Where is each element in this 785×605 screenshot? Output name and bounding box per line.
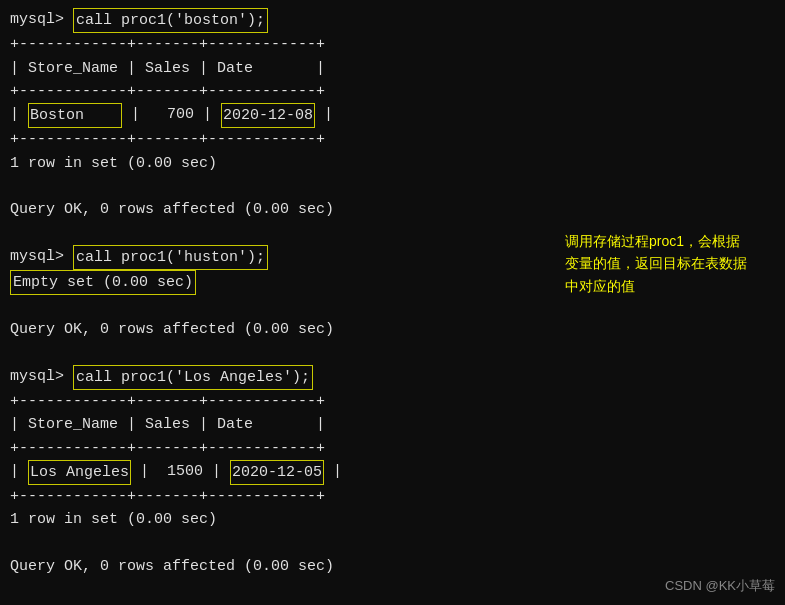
- table-data-la: | Los Angeles | 1500 | 2020-12-05 |: [10, 460, 550, 485]
- blank-3: [10, 295, 550, 318]
- watermark: CSDN @KK小草莓: [665, 577, 775, 595]
- pipe-1: |: [10, 103, 28, 128]
- mysql-prompt-3: mysql>: [10, 365, 73, 390]
- blank-1: [10, 175, 550, 198]
- table-data-boston: | Boston | 700 | 2020-12-08 |: [10, 103, 550, 128]
- rest-la: | 1500 |: [131, 460, 230, 485]
- empty-set-line: Empty set (0.00 sec): [10, 270, 550, 295]
- cmd-line-1: mysql> call proc1('boston');: [10, 8, 550, 33]
- table-border-1a: +------------+-------+------------+: [10, 33, 550, 56]
- rowcount-1: 1 row in set (0.00 sec): [10, 152, 550, 175]
- empty-set-text: Empty set (0.00 sec): [10, 270, 196, 295]
- date-boston-cell: 2020-12-08: [221, 103, 315, 128]
- query-ok-3: Query OK, 0 rows affected (0.00 sec): [10, 555, 550, 578]
- cmd-huston: call proc1('huston');: [73, 245, 268, 270]
- boston-cell: Boston: [28, 103, 122, 128]
- rowcount-2: 1 row in set (0.00 sec): [10, 508, 550, 531]
- table-border-1c: +------------+-------+------------+: [10, 128, 550, 151]
- pipe-2: |: [10, 460, 28, 485]
- annotation-text: 调用存储过程proc1，会根据变量的值，返回目标在表数据中对应的值: [565, 230, 765, 297]
- terminal-output: mysql> call proc1('boston'); +----------…: [0, 0, 560, 586]
- table-border-2b: +------------+-------+------------+: [10, 437, 550, 460]
- pipe-end-1: |: [315, 103, 333, 128]
- blank-5: [10, 532, 550, 555]
- query-ok-2: Query OK, 0 rows affected (0.00 sec): [10, 318, 550, 341]
- cmd-boston: call proc1('boston');: [73, 8, 268, 33]
- table-border-1b: +------------+-------+------------+: [10, 80, 550, 103]
- mysql-prompt-2: mysql>: [10, 245, 73, 270]
- table-header-1: | Store_Name | Sales | Date |: [10, 57, 550, 80]
- cmd-line-2: mysql> call proc1('huston');: [10, 245, 550, 270]
- query-ok-1: Query OK, 0 rows affected (0.00 sec): [10, 198, 550, 221]
- table-border-2a: +------------+-------+------------+: [10, 390, 550, 413]
- blank-2: [10, 221, 550, 244]
- table-header-2: | Store_Name | Sales | Date |: [10, 413, 550, 436]
- rest-boston: | 700 |: [122, 103, 221, 128]
- cmd-la: call proc1('Los Angeles');: [73, 365, 313, 390]
- la-cell: Los Angeles: [28, 460, 131, 485]
- cmd-line-3: mysql> call proc1('Los Angeles');: [10, 365, 550, 390]
- mysql-prompt-1: mysql>: [10, 8, 73, 33]
- date-la-cell: 2020-12-05: [230, 460, 324, 485]
- blank-4: [10, 342, 550, 365]
- table-border-2c: +------------+-------+------------+: [10, 485, 550, 508]
- pipe-end-2: |: [324, 460, 342, 485]
